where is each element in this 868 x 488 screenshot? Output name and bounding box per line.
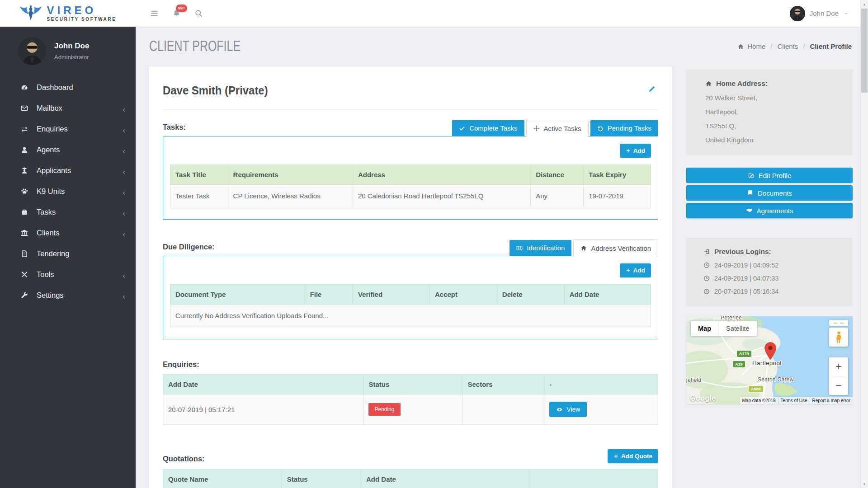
app-logo[interactable]: VIREO SECURITY SOFTWARE bbox=[0, 0, 136, 27]
sidebar-item-dashboard[interactable]: Dashboard bbox=[0, 77, 136, 98]
user-menu[interactable]: John Doe bbox=[790, 6, 849, 21]
chevron-left-icon bbox=[122, 210, 127, 215]
tab-pending-tasks[interactable]: Pending Tasks bbox=[590, 120, 658, 136]
column-header: Verified bbox=[353, 285, 429, 305]
previous-logins-box: Previous Logins: 24-09-2019 | 04:09:52 2… bbox=[686, 238, 853, 306]
tab-complete-tasks[interactable]: Complete Tasks bbox=[452, 120, 524, 136]
map-type-control: Map Satellite bbox=[691, 321, 757, 336]
sidebar-item-tasks[interactable]: Tasks bbox=[0, 202, 136, 222]
map-type-map-button[interactable]: Map bbox=[691, 321, 718, 336]
quotations-label: Quotations: bbox=[163, 455, 205, 463]
envelope-icon bbox=[20, 104, 29, 112]
enquiries-section: Enquiries: Add Date Status Sectors - 20-… bbox=[163, 360, 658, 425]
sidebar-item-enquiries[interactable]: Enquiries bbox=[0, 118, 136, 139]
arrows-icon bbox=[533, 125, 540, 131]
chevron-left-icon bbox=[122, 293, 127, 298]
add-task-button[interactable]: Add bbox=[620, 144, 651, 158]
road-badge-a689: A689 bbox=[749, 386, 763, 392]
chevron-left-icon bbox=[122, 168, 127, 173]
chevron-left-icon bbox=[122, 106, 127, 111]
home-address-title: Home Address: bbox=[716, 80, 768, 88]
column-header: Status bbox=[282, 469, 361, 488]
address-line: TS255LQ, bbox=[705, 122, 844, 130]
address-line: 20 Walker Street, bbox=[705, 94, 844, 102]
quotations-table: Quote Name Status Add Date bbox=[163, 469, 658, 488]
column-header: Task Title bbox=[170, 165, 228, 185]
user-icon bbox=[20, 145, 29, 154]
top-navbar: VIREO SECURITY SOFTWARE 99+ John Doe bbox=[0, 0, 860, 27]
exchange-icon bbox=[20, 125, 29, 133]
check-icon bbox=[459, 125, 465, 131]
map-type-satellite-button[interactable]: Satellite bbox=[718, 321, 757, 336]
map-label-hartlepool: Hartlepool bbox=[752, 360, 782, 366]
sidebar-item-tools[interactable]: Tools bbox=[0, 264, 136, 285]
chevron-left-icon bbox=[122, 127, 127, 131]
scroll-down-arrow[interactable]: ▼ bbox=[861, 480, 868, 488]
divider bbox=[163, 109, 658, 110]
page-scrollbar[interactable]: ▲ ▼ bbox=[860, 0, 868, 488]
sidebar-item-clients[interactable]: Clients bbox=[0, 222, 136, 243]
sidebar-item-settings[interactable]: Settings bbox=[0, 285, 136, 305]
book-icon bbox=[747, 190, 754, 196]
road-badge-a179: A179 bbox=[737, 351, 751, 357]
tachometer-icon bbox=[20, 83, 29, 91]
street-view-pegman[interactable] bbox=[829, 328, 848, 347]
enquiries-label: Enquiries: bbox=[163, 360, 658, 369]
report-map-error-link[interactable]: Report a map error bbox=[810, 397, 853, 404]
add-quote-button[interactable]: Add Quote bbox=[608, 449, 658, 463]
brand-tagline: SECURITY SOFTWARE bbox=[47, 17, 116, 22]
map-marker-icon[interactable] bbox=[764, 342, 776, 360]
map-data-label: Map data ©2019 bbox=[740, 397, 778, 404]
agreements-button[interactable]: Agreements bbox=[686, 203, 853, 218]
sidebar-item-mailbox[interactable]: Mailbox bbox=[0, 98, 136, 118]
tab-active-tasks[interactable]: Active Tasks bbox=[526, 120, 589, 136]
column-header: Sectors bbox=[462, 375, 544, 394]
tasks-table: Task Title Requirements Address Distance… bbox=[170, 164, 651, 207]
paw-icon bbox=[20, 187, 29, 195]
tab-address-verification[interactable]: Address Verification bbox=[573, 239, 658, 256]
sidebar-item-applicants[interactable]: Applicants bbox=[0, 160, 136, 181]
tab-identification[interactable]: Identification bbox=[509, 240, 571, 256]
location-map[interactable]: Map Satellite + − Peterlee Hartlepool Se… bbox=[686, 316, 853, 404]
sidebar-item-k9-units[interactable]: K9 Units bbox=[0, 181, 136, 202]
quotations-section: Quotations: Add Quote Quote Name Status … bbox=[163, 449, 658, 488]
home-address-box: Home Address: 20 Walker Street, Hartlepo… bbox=[686, 70, 853, 155]
terms-of-use-link[interactable]: Terms of Use bbox=[778, 397, 810, 404]
eye-icon bbox=[556, 407, 563, 413]
breadcrumb-clients[interactable]: Clients bbox=[777, 42, 798, 50]
table-header-row: Document Type File Verified Accept Delet… bbox=[170, 285, 651, 305]
sidebar-item-tendering[interactable]: Tendering bbox=[0, 243, 136, 264]
zoom-out-button[interactable]: − bbox=[829, 376, 848, 395]
sign-in-icon bbox=[703, 249, 710, 255]
column-header: Task Expiry bbox=[584, 165, 651, 185]
avatar bbox=[18, 37, 46, 65]
search-button[interactable] bbox=[194, 9, 203, 18]
status-badge: Pending bbox=[368, 403, 400, 416]
table-header-row: Quote Name Status Add Date bbox=[163, 469, 658, 488]
scroll-up-arrow[interactable]: ▲ bbox=[861, 0, 868, 8]
column-header: Delete bbox=[497, 285, 564, 305]
clock-icon bbox=[703, 288, 710, 295]
documents-button[interactable]: Documents bbox=[686, 185, 853, 201]
google-logo[interactable]: Google bbox=[690, 394, 716, 403]
wrench-icon bbox=[20, 291, 29, 299]
chevron-left-icon bbox=[122, 230, 127, 235]
due-diligence-panel: Add Document Type File Verified Accept D… bbox=[163, 256, 658, 339]
notifications-button[interactable]: 99+ bbox=[172, 9, 181, 18]
scrollbar-thumb[interactable] bbox=[861, 9, 868, 93]
login-entry: 24-09-2019 | 04:07:33 bbox=[703, 275, 844, 282]
sidebar-item-agents[interactable]: Agents bbox=[0, 139, 136, 160]
edit-client-button[interactable] bbox=[648, 85, 656, 93]
tasks-panel: Add Task Title Requirements Address Dist… bbox=[163, 136, 658, 220]
map-partial-control[interactable] bbox=[829, 320, 848, 326]
add-document-button[interactable]: Add bbox=[620, 263, 651, 277]
client-profile-card: Dave Smith (Private) Tasks: Complete Tas… bbox=[149, 66, 672, 488]
sidebar-toggle-button[interactable] bbox=[150, 9, 159, 18]
tasks-label: Tasks: bbox=[163, 123, 186, 136]
breadcrumb-home[interactable]: Home bbox=[737, 42, 765, 50]
zoom-in-button[interactable]: + bbox=[829, 357, 848, 376]
pegman-icon bbox=[835, 331, 842, 343]
edit-profile-button[interactable]: Edit Profile bbox=[686, 168, 853, 183]
view-enquiry-button[interactable]: View bbox=[549, 402, 587, 417]
login-entry: 20-07-2019 | 05:16:34 bbox=[703, 288, 844, 295]
